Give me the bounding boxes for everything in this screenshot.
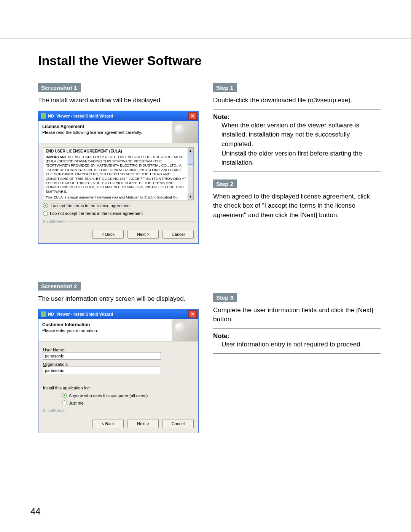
install-all-users-radio[interactable]: Anyone who uses this computer (all users… — [62, 393, 194, 398]
install-all-users-label: nyone who uses this computer (all users) — [72, 393, 148, 398]
section-2: Screenshot 2 The user information entry … — [38, 282, 381, 434]
eula-title: END USER LICENSE AGREEMENT (EULA) — [46, 149, 193, 153]
scroll-thumb[interactable] — [188, 154, 193, 165]
installshield-brand: InstallShield — [43, 219, 194, 224]
page: Install the Viewer Software Screenshot 1… — [0, 0, 411, 532]
dialog-heading: License Agreement — [42, 124, 168, 129]
section-1: Screenshot 1 The install wizard window w… — [38, 83, 381, 244]
radio-unselected-icon — [43, 211, 48, 216]
installshield-brand: InstallShield — [43, 408, 194, 413]
dialog-header: License Agreement Please read the follow… — [38, 121, 198, 143]
eula-body-footer: This EULA is a legal agreement between y… — [46, 195, 193, 200]
next-button[interactable]: Next > — [127, 419, 159, 428]
user-name-label: User Name: — [43, 348, 194, 352]
wizard-art — [172, 319, 198, 341]
dialog-titlebar[interactable]: ND_Viewer - InstallShield Wizard ✕ — [38, 111, 198, 121]
eula-important: IMPORTANT — [46, 155, 67, 159]
note-label: Note: — [213, 113, 381, 121]
back-button[interactable]: < Back — [92, 419, 124, 428]
screenshot1-tag: Screenshot 1 — [38, 83, 81, 92]
screenshot1-caption: The install wizard window will be displa… — [38, 96, 202, 105]
reject-label: I do not accept the terms in the license… — [50, 211, 143, 216]
screenshot2-caption: The user information entry screen will b… — [38, 294, 202, 304]
scroll-up-icon[interactable]: ▴ — [188, 148, 193, 154]
installer-icon — [41, 311, 46, 317]
scrollbar[interactable]: ▴ ▾ — [188, 148, 193, 200]
reject-radio[interactable]: I do not accept the terms in the license… — [43, 211, 194, 216]
close-icon[interactable]: ✕ — [188, 112, 197, 120]
rule — [213, 109, 381, 110]
note1-b: Uninstall the older version first before… — [221, 149, 381, 168]
page-number: 44 — [30, 506, 41, 517]
step2-tag: Step 2 — [213, 179, 237, 188]
next-button[interactable]: Next > — [127, 230, 159, 239]
screenshot2-tag: Screenshot 2 — [38, 282, 81, 291]
step1-tag: Step 1 — [213, 83, 237, 92]
organization-label: Organization: — [43, 362, 194, 367]
installer-icon — [41, 113, 46, 119]
step3-text: Complete the user information fields and… — [213, 306, 381, 324]
wizard-art — [172, 121, 198, 143]
close-icon[interactable]: ✕ — [188, 310, 197, 318]
dialog-subheading: Please enter your information. — [42, 328, 168, 333]
note2: User information entry is not required t… — [221, 340, 381, 349]
back-button[interactable]: < Back — [92, 230, 124, 239]
step1-text: Double-click the downloaded file (n3vset… — [213, 96, 381, 105]
dialog-title-text: ND_Viewer - InstallShield Wizard — [48, 114, 113, 118]
note1-a: When the older version of the viewer sof… — [221, 121, 381, 149]
install-for-label: Install this application for: — [43, 386, 194, 390]
cancel-button[interactable]: Cancel — [162, 419, 194, 428]
user-name-field[interactable]: panasonic — [43, 352, 161, 360]
dialog-titlebar[interactable]: ND_Viewer - InstallShield Wizard ✕ — [38, 309, 198, 319]
step2-text: When agreed to the displayed license agr… — [213, 192, 381, 220]
scroll-down-icon[interactable]: ▾ — [188, 194, 193, 200]
organization-field[interactable]: panasonic — [43, 367, 161, 374]
eula-body-main: PLEASE CAREFULLY READ THIS END USER LICE… — [46, 155, 186, 194]
install-just-me-radio[interactable]: Just me — [62, 400, 194, 405]
radio-unselected-icon — [62, 400, 67, 405]
rule — [213, 172, 381, 172]
dialog-subheading: Please read the following license agreem… — [42, 130, 168, 135]
rule — [213, 328, 381, 329]
dialog-title-text: ND_Viewer - InstallShield Wizard — [48, 312, 113, 316]
installer-dialog-customer: ND_Viewer - InstallShield Wizard ✕ Custo… — [38, 309, 199, 433]
radio-selected-icon — [62, 393, 67, 398]
eula-textarea[interactable]: END USER LICENSE AGREEMENT (EULA) IMPORT… — [43, 147, 194, 200]
note-label: Note: — [213, 332, 381, 340]
dialog-heading: Customer Information — [42, 322, 168, 327]
page-title: Install the Viewer Software — [38, 53, 381, 68]
cancel-button[interactable]: Cancel — [162, 230, 194, 239]
top-rule — [0, 38, 411, 38]
radio-selected-icon — [43, 203, 48, 208]
installer-dialog-license: ND_Viewer - InstallShield Wizard ✕ Licen… — [38, 111, 199, 244]
dialog-header: Customer Information Please enter your i… — [38, 319, 198, 341]
rule — [213, 353, 381, 354]
accept-radio[interactable]: I accept the terms in the license agreem… — [43, 203, 194, 208]
step3-tag: Step 3 — [213, 293, 237, 302]
accept-label: I accept the terms in the license agreem… — [50, 203, 131, 208]
